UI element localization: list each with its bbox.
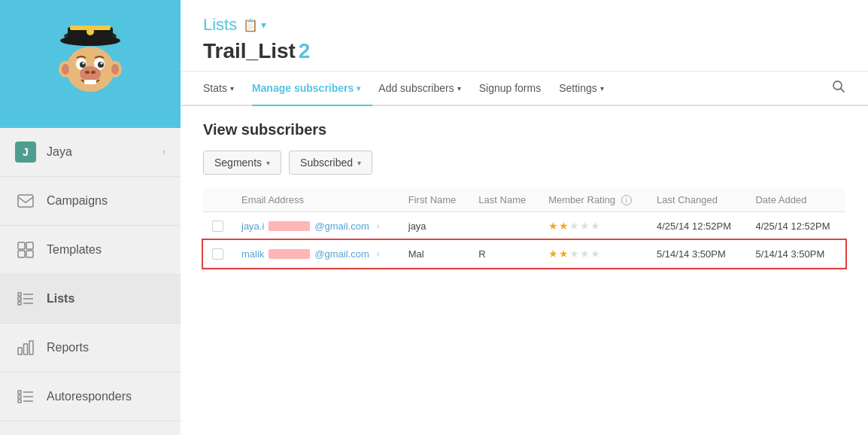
sidebar-logo <box>0 0 181 128</box>
col-date-added: Date Added <box>746 188 845 212</box>
row2-rating: ★ ★ ★ ★ ★ <box>539 240 648 268</box>
grid-icon <box>15 239 36 260</box>
star-rating: ★ ★ ★ ★ ★ <box>548 220 639 232</box>
breadcrumb-arrow: ▾ <box>261 19 266 31</box>
sidebar-item-label: Autoresponders <box>47 390 132 403</box>
sidebar-item-reports[interactable]: Reports <box>0 324 181 373</box>
nav-signup-forms[interactable]: Signup forms <box>479 71 553 105</box>
user-avatar: J <box>15 141 36 163</box>
row1-checkbox[interactable] <box>212 221 223 232</box>
row2-checkbox[interactable] <box>212 248 223 260</box>
svg-rect-36 <box>18 395 21 398</box>
svg-point-6 <box>62 64 69 75</box>
nav-manage-subscribers[interactable]: Manage subscribers ▾ <box>252 71 372 106</box>
list-icon <box>15 288 36 309</box>
star-3: ★ <box>569 220 579 232</box>
row1-checkbox-cell <box>203 212 232 240</box>
col-checkbox <box>203 188 232 212</box>
col-last-name: Last Name <box>469 188 539 212</box>
info-icon[interactable]: i <box>621 195 632 205</box>
svg-rect-25 <box>18 293 21 296</box>
sidebar-item-lists[interactable]: Lists <box>0 275 181 324</box>
svg-point-19 <box>86 28 94 35</box>
svg-rect-22 <box>26 242 33 249</box>
svg-point-14 <box>101 62 103 65</box>
subscribed-filter[interactable]: Subscribed ▾ <box>289 151 372 175</box>
col-email: Email Address <box>232 188 399 212</box>
chevron-down-icon: ▾ <box>357 159 361 167</box>
star-rating: ★ ★ ★ ★ ★ <box>548 248 639 260</box>
nav-stats[interactable]: Stats ▾ <box>203 71 246 105</box>
nav-add-subscribers[interactable]: Add subscribers ▾ <box>378 71 472 105</box>
breadcrumb-lists[interactable]: Lists <box>203 15 237 35</box>
table-row: jaya.i@gmail.com › jaya ★ ★ ★ ★ <box>203 212 845 240</box>
user-name: Jaya <box>47 145 72 159</box>
chevron-down-icon: ▾ <box>230 84 234 93</box>
email-redacted <box>269 221 310 231</box>
col-last-changed: Last Changed <box>648 188 747 212</box>
email-arrow-icon[interactable]: › <box>377 221 380 230</box>
row2-email: malik@gmail.com › <box>232 240 399 268</box>
filter-row: Segments ▾ Subscribed ▾ <box>203 151 845 175</box>
svg-rect-21 <box>18 242 25 249</box>
row2-checkbox-cell <box>203 240 232 268</box>
segments-filter[interactable]: Segments ▾ <box>203 151 281 175</box>
search-button[interactable] <box>832 80 845 96</box>
svg-point-3 <box>60 35 120 46</box>
sidebar-item-label: Templates <box>47 243 102 257</box>
star-4: ★ <box>580 248 590 260</box>
chevron-right-icon: › <box>162 147 165 157</box>
main-content: Lists 📋 ▾ Trail_List 2 Stats ▾ Manage su… <box>181 0 868 435</box>
sidebar-item-label: Campaigns <box>47 194 108 208</box>
svg-point-17 <box>91 71 96 74</box>
sidebar-item-label: Reports <box>47 341 89 354</box>
star-5: ★ <box>590 220 600 232</box>
star-3: ★ <box>569 248 579 260</box>
chevron-down-icon: ▾ <box>600 84 604 93</box>
email-arrow-icon[interactable]: › <box>377 249 380 258</box>
star-2: ★ <box>559 220 569 232</box>
svg-point-15 <box>80 66 101 81</box>
star-1: ★ <box>548 248 558 260</box>
col-member-rating: Member Rating i <box>539 188 648 212</box>
nav-settings[interactable]: Settings ▾ <box>559 71 616 105</box>
row2-date-added: 5/14/14 3:50PM <box>746 240 845 268</box>
table-header-row: Email Address First Name Last Name Membe… <box>203 188 845 212</box>
svg-rect-32 <box>24 344 28 354</box>
svg-point-16 <box>85 71 90 74</box>
svg-rect-38 <box>18 400 21 403</box>
svg-point-8 <box>111 64 119 75</box>
star-2: ★ <box>559 248 569 260</box>
svg-rect-29 <box>18 302 21 305</box>
envelope-icon <box>15 190 36 211</box>
row2-last-changed: 5/14/14 3:50PM <box>648 240 747 268</box>
chevron-down-icon: ▾ <box>457 84 461 93</box>
svg-rect-18 <box>84 80 96 84</box>
table-row: malik@gmail.com › Mal R ★ ★ ★ ★ ★ <box>203 240 845 268</box>
sidebar-nav: J Jaya › Campaigns <box>0 128 181 435</box>
view-title: View subscribers <box>203 121 845 138</box>
sidebar-item-autoresponders[interactable]: Autoresponders <box>0 373 181 421</box>
sidebar-item-templates[interactable]: Templates <box>0 226 181 275</box>
svg-rect-24 <box>26 251 33 257</box>
list-icon-breadcrumb: 📋 <box>243 18 258 32</box>
chevron-down-icon: ▾ <box>357 84 360 93</box>
nav-bar: Stats ▾ Manage subscribers ▾ Add subscri… <box>181 71 868 106</box>
row1-last-changed: 4/25/14 12:52PM <box>648 212 747 240</box>
sidebar-item-user[interactable]: J Jaya › <box>0 128 181 177</box>
subscribers-table: Email Address First Name Last Name Membe… <box>203 188 845 268</box>
svg-rect-33 <box>29 341 33 354</box>
sidebar: J Jaya › Campaigns <box>0 0 181 435</box>
svg-line-41 <box>841 89 845 93</box>
svg-rect-23 <box>18 251 25 257</box>
sidebar-item-campaigns[interactable]: Campaigns <box>0 177 181 226</box>
svg-rect-31 <box>18 348 22 354</box>
svg-rect-27 <box>18 297 21 300</box>
star-5: ★ <box>590 248 600 260</box>
row2-last-name: R <box>469 240 539 268</box>
row1-email: jaya.i@gmail.com › <box>232 212 399 240</box>
row1-first-name: jaya <box>399 212 470 240</box>
sidebar-item-label: Lists <box>47 292 74 306</box>
email-redacted <box>269 249 310 259</box>
list-number: 2 <box>299 39 311 62</box>
